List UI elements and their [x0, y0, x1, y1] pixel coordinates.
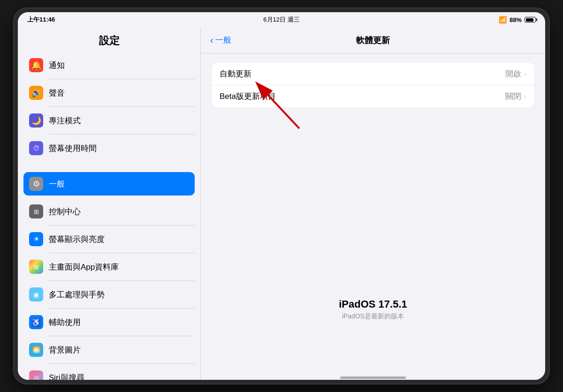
- sidebar-item-general[interactable]: ⚙ 一般: [23, 172, 195, 196]
- os-version: iPadOS 17.5.1: [339, 298, 407, 310]
- homescreen-icon: ⊞: [29, 260, 43, 274]
- panel-header: ‹ 一般 軟體更新: [201, 27, 545, 53]
- sidebar-group-2: ⚙ 一般 ⊞ 控制中心 ☀ 螢幕顯示與亮度: [23, 172, 195, 380]
- back-button[interactable]: ‹ 一般: [210, 35, 231, 45]
- sidebar-item-display[interactable]: ☀ 螢幕顯示與亮度: [23, 227, 195, 251]
- panel-title: 軟體更新: [356, 35, 390, 46]
- wallpaper-icon: 🌅: [29, 343, 43, 357]
- sidebar-item-accessibility[interactable]: ♿ 輔助使用: [23, 310, 195, 334]
- sidebar-item-notifications[interactable]: 🔔 通知: [23, 53, 195, 77]
- status-bar: 上午11:46 6月12日 週三 📶 88%: [18, 12, 545, 27]
- status-right: 📶 88%: [499, 16, 536, 23]
- screen-time-icon: ⏱: [29, 141, 43, 155]
- sidebar-item-sounds[interactable]: 🔊 聲音: [23, 81, 195, 105]
- sidebar-list: 🔔 通知 🔊 聲音 🌙 專注模式: [18, 53, 200, 380]
- beta-update-value: 關閉: [505, 91, 521, 102]
- focus-label: 專注模式: [49, 115, 189, 126]
- sidebar-group-1: 🔔 通知 🔊 聲音 🌙 專注模式: [23, 53, 195, 160]
- home-bar-line: [340, 377, 406, 379]
- homescreen-label: 主畫面與App資料庫: [49, 262, 189, 272]
- battery-icon: [525, 17, 536, 23]
- auto-update-chevron-icon: ›: [524, 70, 526, 78]
- general-icon: ⚙: [29, 177, 43, 191]
- sidebar-item-homescreen[interactable]: ⊞ 主畫面與App資料庫: [23, 255, 195, 279]
- wallpaper-label: 背景圖片: [49, 345, 189, 355]
- multitask-icon: ▣: [29, 287, 43, 302]
- display-icon: ☀: [29, 232, 43, 246]
- right-panel: ‹ 一般 軟體更新 自動更新 開啟 › Beta版更新項目: [201, 27, 545, 380]
- notifications-icon: 🔔: [29, 58, 43, 72]
- general-label: 一般: [49, 179, 189, 189]
- siri-label: Siri與搜尋: [49, 372, 189, 380]
- control-center-icon: ⊞: [29, 204, 43, 219]
- settings-group-updates: 自動更新 開啟 › Beta版更新項目 關閉 ›: [212, 63, 534, 107]
- ipad-frame: 上午11:46 6月12日 週三 📶 88% 設定 🔔: [14, 8, 549, 384]
- wifi-icon: 📶: [499, 16, 507, 23]
- beta-update-label: Beta版更新項目: [220, 91, 505, 102]
- sidebar-title: 設定: [18, 27, 200, 53]
- siri-icon: ◎: [29, 370, 43, 380]
- focus-icon: 🌙: [29, 113, 43, 128]
- sidebar-item-multitask[interactable]: ▣ 多工處理與手勢: [23, 283, 195, 306]
- os-info: iPadOS 17.5.1 iPadOS是最新的版本: [339, 298, 407, 321]
- sidebar-item-screen-time[interactable]: ⏱ 螢幕使用時間: [23, 136, 195, 160]
- battery-percent: 88%: [510, 16, 522, 23]
- sidebar-item-focus[interactable]: 🌙 專注模式: [23, 109, 195, 132]
- accessibility-icon: ♿: [29, 315, 43, 329]
- beta-update-row[interactable]: Beta版更新項目 關閉 ›: [212, 85, 534, 107]
- auto-update-row[interactable]: 自動更新 開啟 ›: [212, 63, 534, 85]
- sidebar: 設定 🔔 通知 🔊 聲音: [18, 27, 201, 380]
- main-content: 設定 🔔 通知 🔊 聲音: [18, 27, 545, 380]
- status-date: 6月12日 週三: [263, 15, 299, 24]
- back-label: 一般: [215, 35, 231, 45]
- sidebar-item-siri[interactable]: ◎ Siri與搜尋: [23, 366, 195, 380]
- ipad-screen: 上午11:46 6月12日 週三 📶 88% 設定 🔔: [18, 12, 545, 380]
- panel-content: 自動更新 開啟 › Beta版更新項目 關閉 ›: [201, 53, 545, 377]
- sidebar-item-control-center[interactable]: ⊞ 控制中心: [23, 200, 195, 223]
- auto-update-value: 開啟: [505, 68, 521, 79]
- sidebar-item-wallpaper[interactable]: 🌅 背景圖片: [23, 338, 195, 362]
- control-center-label: 控制中心: [49, 206, 189, 217]
- screen-time-label: 螢幕使用時間: [49, 143, 189, 154]
- sounds-label: 聲音: [49, 88, 189, 98]
- beta-update-chevron-icon: ›: [524, 93, 526, 100]
- sounds-icon: 🔊: [29, 86, 43, 100]
- battery-fill: [526, 18, 534, 22]
- notifications-label: 通知: [49, 60, 189, 71]
- display-label: 螢幕顯示與亮度: [49, 234, 189, 245]
- os-subtitle: iPadOS是最新的版本: [339, 312, 407, 321]
- multitask-label: 多工處理與手勢: [49, 289, 189, 300]
- auto-update-label: 自動更新: [220, 68, 505, 79]
- accessibility-label: 輔助使用: [49, 317, 189, 328]
- status-time: 上午11:46: [27, 15, 55, 24]
- home-bar: [201, 377, 545, 380]
- back-chevron-icon: ‹: [210, 35, 213, 45]
